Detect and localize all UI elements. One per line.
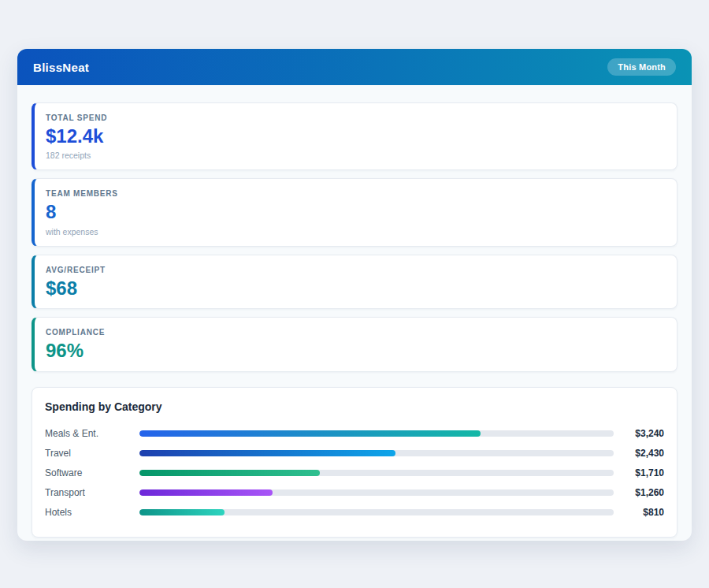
bar-fill (139, 470, 320, 476)
stat-label: COMPLIANCE (46, 328, 664, 337)
category-label: Transport (45, 487, 139, 498)
stat-card-team-members: TEAM MEMBERS 8 with expenses (32, 178, 677, 246)
category-label: Hotels (45, 507, 139, 518)
stat-label: AVG/RECEIPT (46, 266, 664, 274)
spending-by-category-card: Spending by Category Meals & Ent. $3,240… (32, 387, 677, 538)
category-row-hotels: Hotels $810 (45, 503, 664, 523)
stat-value: 8 (46, 202, 664, 222)
dashboard-card: BlissNeat This Month TOTAL SPEND $12.4k … (17, 49, 692, 541)
category-label: Travel (45, 448, 139, 459)
app-header: BlissNeat This Month (17, 49, 692, 85)
bar-track (139, 450, 614, 456)
category-row-travel: Travel $2,430 (45, 444, 664, 463)
bar-track (139, 470, 614, 476)
stat-value: $12.4k (46, 126, 664, 147)
category-row-software: Software $1,710 (45, 463, 664, 483)
stat-card-compliance: COMPLIANCE 96% (32, 317, 677, 371)
stat-caption: with expenses (46, 227, 664, 236)
bar-fill (139, 509, 225, 515)
bar-track (139, 489, 614, 496)
category-label: Software (45, 467, 139, 478)
stat-value: 96% (46, 341, 664, 361)
category-row-transport: Transport $1,260 (45, 483, 664, 503)
stat-card-avg-receipt: AVG/RECEIPT $68 (32, 255, 677, 309)
bar-fill (139, 430, 481, 437)
stat-value: $68 (46, 278, 664, 299)
stat-card-total-spend: TOTAL SPEND $12.4k 182 receipts (32, 102, 677, 170)
app-title: BlissNeat (33, 61, 89, 74)
category-row-meals: Meals & Ent. $3,240 (45, 424, 664, 444)
bar-track (139, 509, 614, 515)
dashboard-body: TOTAL SPEND $12.4k 182 receipts TEAM MEM… (17, 85, 692, 541)
stat-label: TOTAL SPEND (46, 114, 664, 122)
category-value: $2,430 (614, 448, 664, 459)
bar-track (139, 430, 614, 437)
period-badge[interactable]: This Month (607, 58, 676, 76)
chart-title: Spending by Category (45, 400, 664, 413)
bar-fill (139, 489, 273, 496)
category-value: $1,710 (614, 467, 664, 478)
bar-fill (139, 450, 395, 456)
category-value: $3,240 (614, 428, 664, 439)
stat-label: TEAM MEMBERS (46, 189, 664, 198)
category-value: $810 (614, 507, 664, 518)
category-label: Meals & Ent. (45, 428, 139, 439)
stat-caption: 182 receipts (46, 151, 664, 160)
category-value: $1,260 (614, 487, 664, 498)
